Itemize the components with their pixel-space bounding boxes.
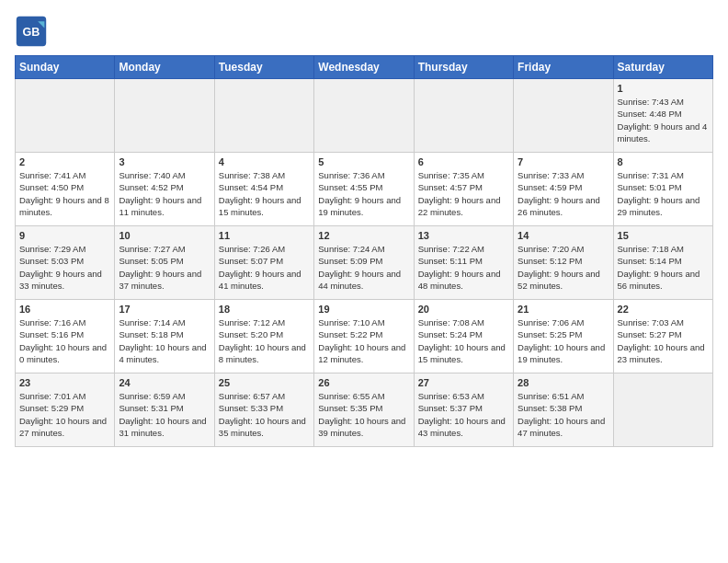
calendar-cell: 10 Sunrise: 7:27 AM Sunset: 5:05 PM Dayl… bbox=[115, 226, 214, 300]
sunrise-label: Sunrise: 6:57 AM bbox=[219, 391, 285, 401]
week-row-3: 16 Sunrise: 7:16 AM Sunset: 5:16 PM Dayl… bbox=[16, 300, 713, 373]
day-number: 13 bbox=[418, 230, 509, 241]
day-number: 1 bbox=[618, 83, 709, 94]
week-row-0: 1 Sunrise: 7:43 AM Sunset: 4:48 PM Dayli… bbox=[16, 79, 713, 153]
day-number: 27 bbox=[418, 377, 509, 388]
sunrise-label: Sunrise: 7:38 AM bbox=[219, 170, 285, 180]
day-info: Sunrise: 7:16 AM Sunset: 5:16 PM Dayligh… bbox=[19, 316, 110, 365]
day-number: 21 bbox=[518, 304, 609, 315]
day-number: 8 bbox=[618, 156, 709, 167]
day-info: Sunrise: 7:27 AM Sunset: 5:05 PM Dayligh… bbox=[119, 243, 210, 292]
calendar-cell: 28 Sunrise: 6:51 AM Sunset: 5:38 PM Dayl… bbox=[514, 373, 613, 447]
logo-icon: GB bbox=[15, 15, 48, 48]
sunset-label: Sunset: 5:03 PM bbox=[19, 256, 84, 266]
sunset-label: Sunset: 5:33 PM bbox=[219, 403, 283, 413]
calendar-cell: 17 Sunrise: 7:14 AM Sunset: 5:18 PM Dayl… bbox=[115, 300, 214, 373]
daylight-label: Daylight: 10 hours and 15 minutes. bbox=[418, 342, 506, 364]
sunrise-label: Sunrise: 7:01 AM bbox=[19, 391, 85, 401]
sunrise-label: Sunrise: 7:27 AM bbox=[119, 244, 185, 254]
sunset-label: Sunset: 5:11 PM bbox=[418, 256, 483, 266]
sunrise-label: Sunrise: 7:16 AM bbox=[19, 317, 85, 327]
daylight-label: Daylight: 9 hours and 29 minutes. bbox=[618, 195, 700, 217]
daylight-label: Daylight: 9 hours and 52 minutes. bbox=[518, 269, 600, 291]
daylight-label: Daylight: 10 hours and 23 minutes. bbox=[618, 342, 705, 364]
sunset-label: Sunset: 5:31 PM bbox=[119, 403, 183, 413]
sunrise-label: Sunrise: 7:18 AM bbox=[618, 244, 684, 254]
day-info: Sunrise: 7:40 AM Sunset: 4:52 PM Dayligh… bbox=[119, 169, 210, 218]
calendar-cell: 12 Sunrise: 7:24 AM Sunset: 5:09 PM Dayl… bbox=[314, 226, 414, 300]
daylight-label: Daylight: 10 hours and 47 minutes. bbox=[518, 416, 605, 438]
calendar-cell bbox=[314, 79, 414, 153]
daylight-label: Daylight: 10 hours and 43 minutes. bbox=[418, 416, 506, 438]
sunset-label: Sunset: 5:38 PM bbox=[518, 403, 582, 413]
daylight-label: Daylight: 10 hours and 4 minutes. bbox=[119, 342, 206, 364]
sunset-label: Sunset: 4:57 PM bbox=[418, 182, 483, 192]
sunrise-label: Sunrise: 7:10 AM bbox=[318, 317, 384, 327]
daylight-label: Daylight: 10 hours and 39 minutes. bbox=[318, 416, 405, 438]
day-info: Sunrise: 7:10 AM Sunset: 5:22 PM Dayligh… bbox=[318, 316, 409, 365]
daylight-label: Daylight: 9 hours and 22 minutes. bbox=[418, 195, 501, 217]
header-wednesday: Wednesday bbox=[314, 56, 414, 79]
daylight-label: Daylight: 10 hours and 8 minutes. bbox=[219, 342, 306, 364]
day-number: 6 bbox=[418, 156, 509, 167]
sunrise-label: Sunrise: 7:31 AM bbox=[618, 170, 684, 180]
sunset-label: Sunset: 5:16 PM bbox=[19, 329, 84, 339]
calendar-cell: 13 Sunrise: 7:22 AM Sunset: 5:11 PM Dayl… bbox=[414, 226, 513, 300]
day-info: Sunrise: 6:55 AM Sunset: 5:35 PM Dayligh… bbox=[318, 390, 409, 439]
day-number: 3 bbox=[119, 156, 210, 167]
calendar-cell bbox=[414, 79, 513, 153]
sunrise-label: Sunrise: 7:06 AM bbox=[518, 317, 584, 327]
calendar-cell: 25 Sunrise: 6:57 AM Sunset: 5:33 PM Dayl… bbox=[214, 373, 313, 447]
sunrise-label: Sunrise: 7:35 AM bbox=[418, 170, 484, 180]
sunrise-label: Sunrise: 7:08 AM bbox=[418, 317, 484, 327]
week-row-4: 23 Sunrise: 7:01 AM Sunset: 5:29 PM Dayl… bbox=[16, 373, 713, 447]
calendar-cell bbox=[16, 79, 115, 153]
day-info: Sunrise: 7:14 AM Sunset: 5:18 PM Dayligh… bbox=[119, 316, 210, 365]
day-info: Sunrise: 7:06 AM Sunset: 5:25 PM Dayligh… bbox=[518, 316, 609, 365]
sunset-label: Sunset: 5:24 PM bbox=[418, 329, 483, 339]
header-monday: Monday bbox=[115, 56, 214, 79]
sunrise-label: Sunrise: 6:59 AM bbox=[119, 391, 185, 401]
daylight-label: Daylight: 9 hours and 48 minutes. bbox=[418, 269, 501, 291]
day-number: 24 bbox=[119, 377, 210, 388]
day-number: 10 bbox=[119, 230, 210, 241]
calendar-cell: 18 Sunrise: 7:12 AM Sunset: 5:20 PM Dayl… bbox=[214, 300, 313, 373]
day-info: Sunrise: 7:43 AM Sunset: 4:48 PM Dayligh… bbox=[618, 96, 709, 144]
sunset-label: Sunset: 4:48 PM bbox=[618, 109, 682, 119]
calendar-cell: 22 Sunrise: 7:03 AM Sunset: 5:27 PM Dayl… bbox=[613, 300, 712, 373]
calendar-cell: 9 Sunrise: 7:29 AM Sunset: 5:03 PM Dayli… bbox=[16, 226, 115, 300]
day-info: Sunrise: 7:35 AM Sunset: 4:57 PM Dayligh… bbox=[418, 169, 509, 218]
day-number: 16 bbox=[19, 304, 110, 315]
sunset-label: Sunset: 5:09 PM bbox=[318, 256, 382, 266]
header-tuesday: Tuesday bbox=[214, 56, 313, 79]
day-info: Sunrise: 7:38 AM Sunset: 4:54 PM Dayligh… bbox=[219, 169, 310, 218]
week-row-1: 2 Sunrise: 7:41 AM Sunset: 4:50 PM Dayli… bbox=[16, 153, 713, 226]
sunset-label: Sunset: 4:50 PM bbox=[19, 182, 84, 192]
sunset-label: Sunset: 5:37 PM bbox=[418, 403, 483, 413]
day-number: 26 bbox=[318, 377, 409, 388]
calendar-cell: 16 Sunrise: 7:16 AM Sunset: 5:16 PM Dayl… bbox=[16, 300, 115, 373]
day-info: Sunrise: 7:22 AM Sunset: 5:11 PM Dayligh… bbox=[418, 243, 509, 292]
sunset-label: Sunset: 5:22 PM bbox=[318, 329, 382, 339]
page-header: GB bbox=[15, 15, 713, 48]
day-number: 5 bbox=[318, 156, 409, 167]
sunrise-label: Sunrise: 6:53 AM bbox=[418, 391, 484, 401]
calendar-cell: 2 Sunrise: 7:41 AM Sunset: 4:50 PM Dayli… bbox=[16, 153, 115, 226]
day-info: Sunrise: 7:08 AM Sunset: 5:24 PM Dayligh… bbox=[418, 316, 509, 365]
day-number: 28 bbox=[518, 377, 609, 388]
daylight-label: Daylight: 10 hours and 19 minutes. bbox=[518, 342, 605, 364]
calendar-cell: 15 Sunrise: 7:18 AM Sunset: 5:14 PM Dayl… bbox=[613, 226, 712, 300]
day-info: Sunrise: 7:20 AM Sunset: 5:12 PM Dayligh… bbox=[518, 243, 609, 292]
daylight-label: Daylight: 9 hours and 11 minutes. bbox=[119, 195, 201, 217]
daylight-label: Daylight: 9 hours and 8 minutes. bbox=[19, 195, 109, 217]
sunrise-label: Sunrise: 7:24 AM bbox=[318, 244, 384, 254]
day-number: 25 bbox=[219, 377, 310, 388]
calendar-cell: 23 Sunrise: 7:01 AM Sunset: 5:29 PM Dayl… bbox=[16, 373, 115, 447]
sunset-label: Sunset: 5:18 PM bbox=[119, 329, 183, 339]
daylight-label: Daylight: 10 hours and 27 minutes. bbox=[19, 416, 107, 438]
sunset-label: Sunset: 5:20 PM bbox=[219, 329, 283, 339]
sunrise-label: Sunrise: 7:36 AM bbox=[318, 170, 384, 180]
calendar-cell: 20 Sunrise: 7:08 AM Sunset: 5:24 PM Dayl… bbox=[414, 300, 513, 373]
svg-text:GB: GB bbox=[23, 26, 40, 39]
sunset-label: Sunset: 4:59 PM bbox=[518, 182, 582, 192]
